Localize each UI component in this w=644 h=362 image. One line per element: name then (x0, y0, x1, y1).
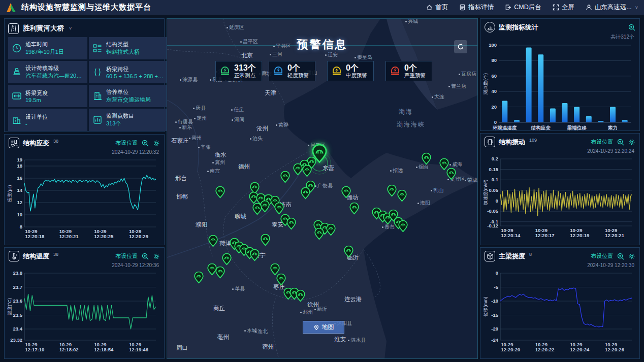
layout-position-link[interactable]: 布设位置 (591, 138, 613, 146)
map-label: 涟水县 (348, 337, 366, 344)
fullscreen-icon (553, 4, 559, 11)
alarm-icon (389, 65, 401, 77)
warning-count: 313个 (234, 64, 256, 72)
card-label: 监测点数目 (106, 112, 134, 120)
monitor-pin[interactable] (274, 202, 284, 215)
stats-bar-chart: 100806040200测点数(个)环境温湿度结构应变梁端位移索力 (480, 40, 639, 138)
map-label: 普兰店 (448, 83, 466, 90)
map-button[interactable]: 地图 (303, 321, 344, 334)
monitor-pin[interactable] (301, 187, 310, 200)
nav-item-2[interactable]: 指标详情 (459, 3, 494, 12)
monitor-pin[interactable] (222, 253, 232, 266)
structure-icon (92, 43, 103, 53)
card-value: 东营市交通运输局 (106, 96, 151, 104)
panel-timestamp: 2024-10-29 12:20:36 (5, 262, 164, 269)
warning-card-1[interactable]: 313个正常测点 (215, 61, 262, 81)
monitor-pin[interactable] (215, 186, 225, 199)
gear-icon[interactable] (153, 140, 160, 147)
stats-total: 共计312个 (480, 34, 639, 40)
monitor-pin[interactable] (286, 217, 296, 230)
map-panel[interactable]: 北京天津石家庄沧州德州衡水徐州淮安周口商丘亳州宿州连云港潍坊济南临沂菏泽济宁聊城… (167, 18, 478, 359)
svg-text:-0.05: -0.05 (487, 208, 498, 214)
layout-position-link[interactable]: 布设位置 (115, 252, 138, 260)
monitor-pin[interactable] (314, 227, 324, 240)
map-label: 唐县 (193, 105, 206, 112)
monitor-pin[interactable] (326, 223, 336, 236)
map-label: 渤海海峡 (397, 120, 425, 129)
zoom-in-icon[interactable] (142, 253, 149, 260)
map-label: 黄骅 (276, 121, 288, 128)
monitor-pin[interactable] (397, 189, 407, 202)
monitor-pin[interactable] (296, 289, 305, 302)
monitor-pin[interactable] (341, 186, 351, 199)
points-icon (92, 115, 103, 125)
monitor-pin[interactable] (261, 234, 270, 246)
monitor-pin[interactable] (215, 266, 225, 279)
map-label: 德州 (238, 163, 250, 171)
svg-text:-20: -20 (491, 326, 498, 332)
zoom-in-icon[interactable] (142, 140, 149, 147)
nav-item-4[interactable]: 全屏 (553, 3, 574, 12)
monitor-pin[interactable] (387, 184, 397, 197)
monitor-pin[interactable] (194, 271, 204, 284)
svg-text:-24: -24 (491, 337, 498, 343)
bridge-selector[interactable]: 胜利黄河大桥 ˅ (8, 22, 160, 35)
map-label: 新乐 (179, 124, 192, 131)
map-label: 兴城 (405, 18, 418, 25)
gear-icon[interactable] (628, 139, 635, 146)
svg-text:0: 0 (496, 198, 498, 204)
map-label: 大连 (432, 93, 444, 101)
warning-card-4[interactable]: 0个严重预警 (385, 61, 432, 81)
map-label: 新沂 (314, 306, 327, 313)
svg-text:加速度(m/s²): 加速度(m/s²) (483, 180, 488, 206)
monitor-pin[interactable] (208, 235, 218, 247)
monitor-pin[interactable] (252, 203, 262, 215)
top-nav: 首页指标详情CMD后台全屏山东高速远...˅ (426, 3, 638, 12)
map-label: 延庆区 (227, 24, 244, 31)
monitor-pin[interactable] (344, 245, 353, 258)
bridge-card-2: 结构类型钢斜拉式大桥 (89, 37, 168, 59)
svg-text:8: 8 (20, 224, 22, 229)
svg-text:0.15: 0.15 (489, 167, 499, 172)
monitor-pin[interactable] (349, 202, 359, 215)
monitor-pin[interactable] (302, 164, 312, 177)
stats-panel: 监测指标统计 共计312个 100806040200测点数(个)环境温湿度结构应… (480, 18, 640, 131)
refresh-button[interactable] (454, 40, 467, 53)
nav-item-3[interactable]: CMD后台 (505, 3, 541, 12)
nav-item-1[interactable]: 首页 (426, 3, 448, 12)
gear-icon[interactable] (153, 253, 160, 260)
svg-text:18: 18 (17, 163, 22, 169)
zoom-in-icon[interactable] (628, 24, 635, 31)
svg-text:-10: -10 (491, 298, 498, 304)
monitor-pin[interactable] (422, 152, 431, 165)
monitor-pin[interactable] (398, 220, 408, 233)
map-label: 秦皇岛 (355, 54, 372, 61)
map-label: 东营 (323, 164, 334, 172)
svg-text:10-2912:20:22: 10-2912:20:22 (535, 342, 555, 352)
monitor-pin[interactable] (293, 163, 303, 176)
strain-icon (9, 138, 19, 148)
thermometer-icon (9, 251, 19, 261)
nav-item-5[interactable]: 山东高速远...˅ (586, 3, 638, 12)
layout-position-link[interactable]: 布设位置 (591, 252, 613, 260)
svg-text:-15: -15 (491, 312, 498, 318)
monitor-pin[interactable] (446, 168, 456, 180)
map-label: 石家庄 (171, 137, 189, 145)
nav-item-label: 指标详情 (468, 3, 494, 12)
warning-card-3[interactable]: 0个中度预警 (327, 61, 374, 81)
map-label: 邳州 (300, 309, 313, 316)
gear-icon[interactable] (628, 253, 635, 260)
monitor-pin-active[interactable] (312, 144, 327, 163)
zoom-in-icon[interactable] (617, 139, 624, 146)
monitor-pin[interactable] (250, 249, 260, 261)
svg-text:20: 20 (491, 104, 497, 110)
layout-position-link[interactable]: 布设位置 (115, 139, 138, 147)
zoom-in-icon[interactable] (617, 253, 624, 260)
svg-text:10: 10 (17, 212, 22, 217)
monitor-pin[interactable] (280, 171, 290, 183)
svg-text:0.2: 0.2 (492, 156, 498, 161)
warning-card-2[interactable]: 0个轻度预警 (269, 61, 315, 81)
svg-text:23.7: 23.7 (13, 284, 23, 290)
monitor-pin[interactable] (276, 273, 286, 286)
map-label: 周口 (176, 344, 188, 352)
